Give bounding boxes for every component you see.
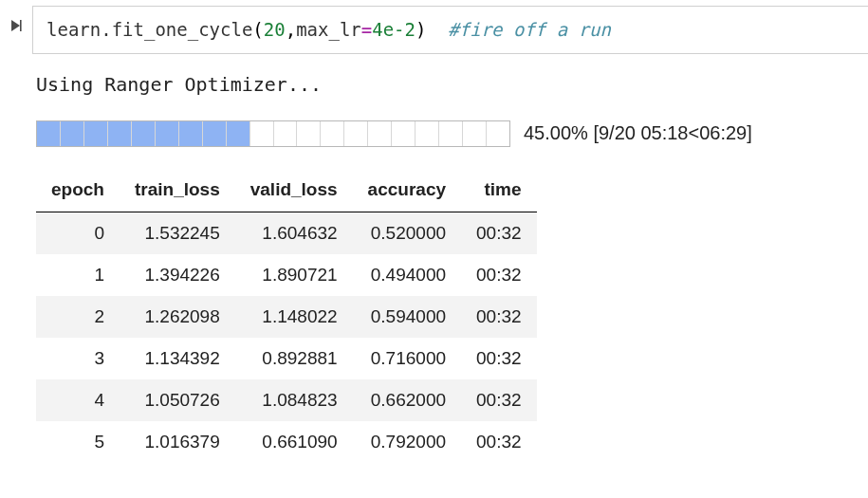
col-valid-loss: valid_loss	[235, 170, 353, 212]
table-row: 01.5322451.6046320.52000000:32	[36, 212, 537, 254]
table-cell: 00:32	[461, 296, 537, 338]
table-cell: 1.148022	[235, 296, 353, 338]
metrics-header: epoch train_loss valid_loss accuracy tim…	[36, 170, 537, 212]
table-cell: 1.890721	[235, 254, 353, 296]
progress-label: 45.00% [9/20 05:18<06:29]	[524, 122, 752, 144]
table-cell: 1.050726	[120, 379, 235, 421]
code-fn: learn.fit_one_cycle	[46, 19, 252, 40]
code-comment: #fire off a run	[448, 19, 611, 40]
run-cell-icon[interactable]	[8, 6, 27, 33]
metrics-table: epoch train_loss valid_loss accuracy tim…	[36, 170, 537, 463]
table-cell: 00:32	[461, 421, 537, 463]
table-cell: 1.394226	[120, 254, 235, 296]
table-cell: 0.892881	[235, 338, 353, 379]
code-open: (	[252, 19, 263, 40]
progress-bar	[36, 120, 510, 147]
table-cell: 4	[36, 379, 120, 421]
table-row: 31.1343920.8928810.71600000:32	[36, 338, 537, 379]
table-cell: 1.532245	[120, 212, 235, 254]
table-cell: 0.662000	[353, 379, 461, 421]
table-row: 11.3942261.8907210.49400000:32	[36, 254, 537, 296]
table-cell: 00:32	[461, 212, 537, 254]
metrics-body: 01.5322451.6046320.52000000:3211.3942261…	[36, 212, 537, 463]
col-time: time	[461, 170, 537, 212]
code-eq: =	[361, 19, 372, 40]
table-cell: 0.661090	[235, 421, 353, 463]
code-arg2: 4e-2	[372, 19, 416, 40]
code-arg1: 20	[264, 19, 286, 40]
code-cell: learn.fit_one_cycle(20,max_lr=4e-2) #fir…	[0, 0, 868, 54]
table-cell: 1.262098	[120, 296, 235, 338]
code-argname: max_lr	[296, 19, 361, 40]
table-cell: 0.520000	[353, 212, 461, 254]
table-cell: 00:32	[461, 254, 537, 296]
table-cell: 5	[36, 421, 120, 463]
table-row: 21.2620981.1480220.59400000:32	[36, 296, 537, 338]
table-cell: 0.594000	[353, 296, 461, 338]
code-comma: ,	[286, 19, 296, 40]
col-epoch: epoch	[36, 170, 120, 212]
table-cell: 0.494000	[353, 254, 461, 296]
table-cell: 3	[36, 338, 120, 379]
table-cell: 1.016379	[120, 421, 235, 463]
code-close: )	[416, 19, 426, 40]
col-accuracy: accuracy	[353, 170, 461, 212]
table-row: 51.0163790.6610900.79200000:32	[36, 421, 537, 463]
code-sp	[426, 19, 448, 40]
table-cell: 2	[36, 296, 120, 338]
col-train-loss: train_loss	[120, 170, 235, 212]
table-cell: 1	[36, 254, 120, 296]
table-cell: 1.084823	[235, 379, 353, 421]
table-cell: 1.134392	[120, 338, 235, 379]
table-cell: 0	[36, 212, 120, 254]
table-row: 41.0507261.0848230.66200000:32	[36, 379, 537, 421]
progress-ticks	[37, 121, 509, 146]
code-input[interactable]: learn.fit_one_cycle(20,max_lr=4e-2) #fir…	[32, 6, 868, 54]
table-cell: 1.604632	[235, 212, 353, 254]
output-text: Using Ranger Optimizer...	[36, 54, 868, 96]
table-cell: 0.792000	[353, 421, 461, 463]
table-cell: 00:32	[461, 379, 537, 421]
progress-row: 45.00% [9/20 05:18<06:29]	[36, 120, 868, 147]
table-cell: 00:32	[461, 338, 537, 379]
svg-rect-0	[20, 20, 22, 31]
table-cell: 0.716000	[353, 338, 461, 379]
